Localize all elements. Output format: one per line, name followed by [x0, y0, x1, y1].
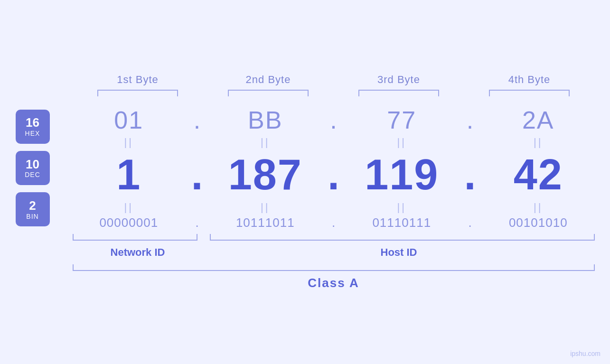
badge-bin: 2 BIN — [16, 192, 50, 226]
equals-2-4: || — [482, 201, 595, 214]
badge-dec-label: DEC — [25, 171, 40, 178]
byte-header-3: 3rd Byte — [334, 74, 464, 86]
bracket-top-3 — [358, 90, 439, 96]
bin-dot-3: . — [458, 215, 482, 230]
byte-header-2: 2nd Byte — [203, 74, 334, 86]
dec-dot-2: . — [322, 150, 346, 199]
dec-cell-2: 187 — [209, 150, 322, 199]
id-labels: Network ID Host ID — [73, 246, 595, 259]
byte-headers: 1st Byte 2nd Byte 3rd Byte 4th Byte — [73, 74, 595, 86]
bracket-cell-2 — [203, 90, 334, 96]
values-grid: 01 . BB . 77 . 2A || || || || 1 . — [73, 106, 595, 230]
class-label-row: Class A — [73, 276, 595, 290]
equals-1-2: || — [209, 136, 322, 149]
equals-1-1: || — [73, 136, 186, 149]
badge-hex-label: HEX — [25, 130, 40, 137]
byte-header-4: 4th Byte — [464, 74, 595, 86]
dec-dot-1: . — [185, 150, 209, 199]
bin-cell-4: 00101010 — [482, 215, 595, 230]
equals-2-3: || — [346, 201, 459, 214]
full-bracket — [73, 264, 595, 271]
dec-cell-4: 42 — [482, 150, 595, 199]
watermark: ipshu.com — [570, 350, 601, 357]
bin-row: 00000001 . 10111011 . 01110111 . 0010101… — [73, 215, 595, 230]
network-id-label: Network ID — [73, 246, 203, 259]
bracket-top-2 — [228, 90, 309, 96]
host-id-label: Host ID — [203, 246, 595, 259]
hex-row: 01 . BB . 77 . 2A — [73, 106, 595, 134]
hex-dot-2: . — [322, 106, 346, 134]
equals-2-1: || — [73, 201, 186, 214]
class-label: Class A — [308, 276, 359, 290]
network-bracket — [73, 234, 197, 241]
equals-row-2: || || || || — [73, 201, 595, 214]
badge-dec-number: 10 — [26, 158, 39, 171]
full-bracket-row — [73, 264, 595, 271]
bin-cell-3: 01110111 — [346, 215, 459, 230]
badge-bin-label: BIN — [26, 213, 38, 220]
badge-hex: 16 HEX — [16, 110, 50, 144]
hex-dot-1: . — [185, 106, 209, 134]
hex-cell-1: 01 — [73, 106, 186, 134]
bracket-top-4 — [489, 90, 570, 96]
hex-cell-4: 2A — [482, 106, 595, 134]
hex-cell-3: 77 — [346, 106, 459, 134]
bin-cell-1: 00000001 — [73, 215, 186, 230]
badge-dec: 10 DEC — [16, 151, 50, 185]
equals-2-2: || — [209, 201, 322, 214]
content-area: 16 HEX 10 DEC 2 BIN 01 . BB . 77 . 2A — [16, 106, 595, 230]
bracket-top-1 — [97, 90, 178, 96]
segment-bracket-row — [73, 234, 595, 243]
bracket-cell-4 — [464, 90, 595, 96]
main-container: 1st Byte 2nd Byte 3rd Byte 4th Byte 16 H… — [0, 0, 610, 364]
hex-dot-3: . — [458, 106, 482, 134]
byte-header-1: 1st Byte — [73, 74, 203, 86]
dec-row: 1 . 187 . 119 . 42 — [73, 150, 595, 199]
bin-cell-2: 10111011 — [209, 215, 322, 230]
dec-cell-3: 119 — [346, 150, 459, 199]
equals-1-4: || — [482, 136, 595, 149]
badges-column: 16 HEX 10 DEC 2 BIN — [16, 106, 73, 230]
dec-cell-1: 1 — [73, 150, 186, 199]
bin-dot-1: . — [185, 215, 209, 230]
equals-row-1: || || || || — [73, 136, 595, 149]
badge-hex-number: 16 — [26, 116, 39, 130]
bin-dot-2: . — [322, 215, 346, 230]
bracket-cell-3 — [334, 90, 464, 96]
equals-1-3: || — [346, 136, 459, 149]
top-bracket-row — [73, 90, 595, 96]
hex-cell-2: BB — [209, 106, 322, 134]
badge-bin-number: 2 — [29, 199, 36, 213]
bracket-cell-1 — [73, 90, 203, 96]
host-bracket — [210, 234, 595, 241]
dec-dot-3: . — [458, 150, 482, 199]
